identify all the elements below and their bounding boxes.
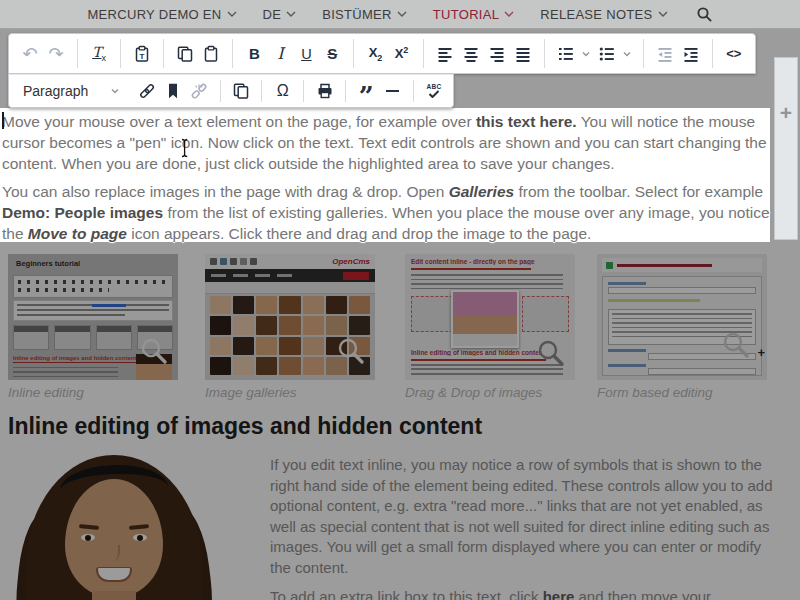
align-left-button[interactable] <box>432 39 458 69</box>
source-code-button[interactable]: <> <box>721 39 747 69</box>
toolbar-group <box>432 39 536 69</box>
paste-as-text-button[interactable]: T <box>129 39 155 69</box>
outdent-icon <box>656 45 674 63</box>
undo-button[interactable]: ↶ <box>17 39 43 69</box>
italic-button[interactable]: I <box>267 39 293 69</box>
horizontal-rule-button[interactable] <box>379 76 405 106</box>
editable-paragraph[interactable]: You can also replace images in the page … <box>2 181 770 244</box>
clear-formatting-button[interactable]: Tx <box>86 39 112 69</box>
tutorial-thumbnail-3[interactable]: + <box>597 254 767 380</box>
ordered-list-menu-chevron-icon[interactable] <box>579 39 594 69</box>
blockquote-icon: ” <box>359 82 374 100</box>
section-paragraph: To add an extra link box to this text, c… <box>270 587 782 600</box>
print-button[interactable] <box>312 76 338 106</box>
toolbar-divider <box>345 80 346 102</box>
chevron-down-icon <box>397 11 407 18</box>
magnifier-icon[interactable] <box>696 6 713 23</box>
source-code-icon: <> <box>726 46 741 61</box>
spellcheck-button[interactable]: ABC <box>421 76 447 106</box>
tutorial-thumbnail-1[interactable]: OpenCms <box>205 254 375 380</box>
outdent-button[interactable] <box>652 39 678 69</box>
editable-paragraph[interactable]: Move your mouse over a text element on t… <box>2 111 770 174</box>
toolbar-divider <box>413 80 414 102</box>
toolbar-divider <box>643 39 644 68</box>
unordered-list-button[interactable] <box>594 39 620 69</box>
copy-icon <box>176 45 194 63</box>
toolbar-divider <box>232 39 233 68</box>
nav-item-mercury-demo-en[interactable]: MERCURY DEMO EN <box>87 7 236 22</box>
ordered-list-button[interactable] <box>553 39 579 69</box>
bold-button[interactable]: B <box>241 39 267 69</box>
redo-icon: ↷ <box>48 45 63 63</box>
nav-item-release-notes[interactable]: RELEASE NOTES <box>540 7 667 22</box>
strikethrough-button[interactable]: S <box>319 39 345 69</box>
magnifier-icon <box>336 336 366 370</box>
toolbar-group <box>134 76 212 106</box>
superscript-button[interactable]: X2 <box>388 39 414 69</box>
toolbar-divider <box>423 39 424 68</box>
subscript-icon: X2 <box>369 45 383 63</box>
indent-button[interactable] <box>678 39 704 69</box>
paste-icon <box>202 45 220 63</box>
plus-icon: + <box>757 345 765 360</box>
plus-icon[interactable]: + <box>780 104 792 239</box>
blockquote-button[interactable]: ” <box>353 76 379 106</box>
chevron-down-icon <box>286 11 296 18</box>
toolbar-group: ” <box>353 76 405 106</box>
chevron-down-icon <box>658 11 668 18</box>
editor-toolbar-row1: ↶↷TxTBIUSX2X2<> <box>8 33 756 74</box>
undo-icon: ↶ <box>22 45 37 63</box>
toolbar-group: ↶↷ <box>17 39 69 69</box>
link-button[interactable] <box>134 76 160 106</box>
align-left-icon <box>436 45 454 63</box>
horizontal-rule-icon <box>386 90 399 92</box>
tutorial-thumbnail-0[interactable]: Beginners tutorial Inline editing of ima… <box>8 254 178 380</box>
strikethrough-icon: S <box>327 45 337 62</box>
paste-button[interactable] <box>198 39 224 69</box>
nav-item-de[interactable]: DE <box>263 7 297 22</box>
toolbar-group <box>172 39 224 69</box>
section-text: If you edit text inline, you may notice … <box>270 455 782 600</box>
tutorial-thumbnail-2[interactable]: Edit content inline - directly on the pa… <box>405 254 575 380</box>
toolbar-group <box>553 39 635 69</box>
copy-button[interactable] <box>172 39 198 69</box>
paste-as-text-icon: T <box>133 45 151 63</box>
section-paragraph: If you edit text inline, you may notice … <box>270 455 782 578</box>
svg-text:T: T <box>140 52 145 61</box>
copy-document-button[interactable] <box>228 76 254 106</box>
thumbnail-caption: Drag & Drop of images <box>405 385 542 400</box>
toolbar-group: <> <box>721 39 747 69</box>
align-justify-icon <box>514 45 532 63</box>
clear-formatting-icon: Tx <box>92 44 106 63</box>
format-select[interactable]: Paragraph <box>15 75 127 107</box>
spellcheck-icon: ABC <box>426 84 441 99</box>
unordered-list-icon <box>598 45 616 63</box>
align-center-button[interactable] <box>458 39 484 69</box>
italic-icon: I <box>277 44 283 63</box>
format-select-value: Paragraph <box>23 83 88 99</box>
nav-item-tutorial[interactable]: TUTORIAL <box>433 7 514 22</box>
nav-item-bist-mer[interactable]: BISTÜMER <box>322 7 407 22</box>
bold-icon: B <box>249 45 260 62</box>
align-justify-button[interactable] <box>510 39 536 69</box>
unordered-list-menu-chevron-icon[interactable] <box>620 39 635 69</box>
underline-icon: U <box>301 46 311 62</box>
chevron-down-icon <box>227 11 237 18</box>
underline-button[interactable]: U <box>293 39 319 69</box>
editor-toolbar-row2: ParagraphΩ”ABC <box>8 74 454 108</box>
redo-button[interactable]: ↷ <box>43 39 69 69</box>
unlink-button[interactable] <box>186 76 212 106</box>
thumbnail-caption: Inline editing <box>8 385 84 400</box>
toolbar-group: ABC <box>421 76 447 106</box>
superscript-icon: X2 <box>395 45 409 61</box>
unlink-icon <box>190 82 208 100</box>
link-icon <box>138 82 156 100</box>
subscript-button[interactable]: X2 <box>362 39 388 69</box>
align-right-button[interactable] <box>484 39 510 69</box>
toolbar-group: Ω <box>270 76 296 106</box>
special-character-button[interactable]: Ω <box>270 76 296 106</box>
anchor-button[interactable] <box>160 76 186 106</box>
align-right-icon <box>488 45 506 63</box>
top-navbar: MERCURY DEMO ENDEBISTÜMERTUTORIALRELEASE… <box>0 0 800 29</box>
inline-edit-area[interactable]: Move your mouse over a text element on t… <box>0 108 770 242</box>
